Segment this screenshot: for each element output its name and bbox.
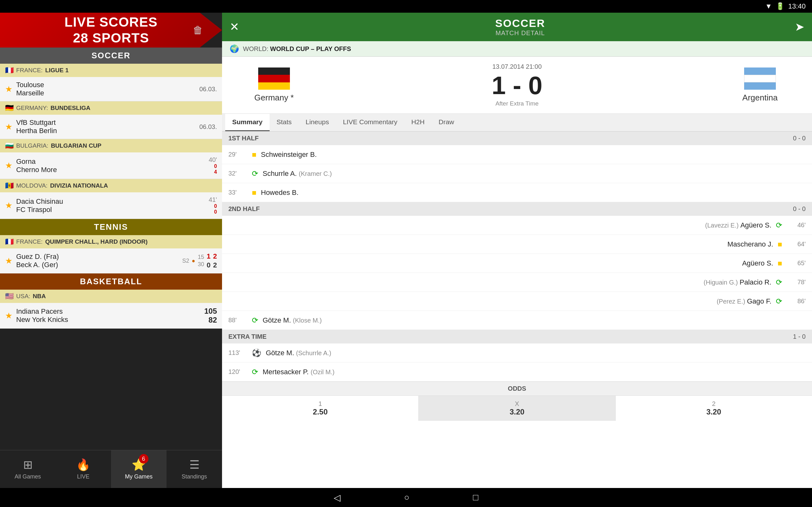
goal-icon-1: ⚽ (252, 349, 261, 357)
favorite-star-3[interactable]: ★ (5, 161, 12, 170)
event-113-gotze: 113' ⚽ Götze M. (Schurrle A.) (222, 343, 812, 362)
event-time-46: 46' (786, 222, 806, 229)
favorite-star[interactable]: ★ (5, 84, 12, 94)
bundesliga-name: BUNDESLIGA (50, 105, 90, 112)
pacers-knicks-row[interactable]: ★ Indiana Pacers New York Knicks 105 82 (0, 303, 222, 329)
event-120-mertesacker: 120' ⟳ Mertesacker P. (Ozil M.) (222, 362, 812, 382)
close-button[interactable]: ✕ (230, 20, 239, 34)
player2-beck: Beck A. (Ger) (16, 261, 179, 269)
nba-score: 105 82 (192, 307, 217, 325)
odds-label-x: X (423, 400, 611, 407)
germany-label: GERMANY: (16, 105, 48, 112)
player-gotze-88: Götze M. (Klose M.) (263, 316, 806, 325)
yellow-card-icon-2: ■ (252, 188, 257, 197)
nav-my-games[interactable]: 6 ⭐ My Games (111, 450, 166, 488)
player-mertesacker: Mertesacker P. (Ozil M.) (263, 368, 806, 376)
event-time-33: 33' (229, 189, 247, 196)
left-header: LIVE SCORES 28 SPORTS 🗑 (0, 13, 222, 48)
odds-value-x: 3.20 (423, 407, 611, 416)
event-46-aguero: 46' ⟳ (Lavezzi E.) Agüero S. (222, 216, 812, 235)
tab-stats[interactable]: Stats (270, 114, 299, 131)
tab-h2h[interactable]: H2H (404, 114, 432, 131)
match-datetime: 13.07.2014 21:00 (492, 63, 542, 70)
france-flag-tennis: 🇫🇷 (5, 238, 14, 246)
nav-all-games[interactable]: ⊞ All Games (0, 450, 55, 488)
odds-row: 1 2.50 X 3.20 2 3.20 (222, 395, 812, 421)
event-time-78: 78' (786, 279, 806, 286)
toulouse-marseille-row[interactable]: ★ Toulouse Marseille 06.03. (0, 77, 222, 101)
tennis-scores: S2 ● 15 30 1 0 2 2 (183, 252, 217, 269)
share-button[interactable]: ➤ (795, 20, 804, 34)
gorna-score: 40' 0 4 (192, 156, 217, 175)
left-panel: LIVE SCORES 28 SPORTS 🗑 SOCCER 🇫🇷 FRANCE… (0, 13, 222, 488)
event-time-32: 32' (229, 170, 247, 177)
player-aguero-46: (Lavezzi E.) Agüero S. (229, 221, 771, 229)
player-palacio: (Higuain G.) Palacio R. (229, 278, 771, 286)
my-games-label: My Games (125, 473, 153, 480)
nav-standings[interactable]: ☰ Standings (166, 450, 222, 488)
serve-ball: ● (192, 258, 195, 264)
favorite-star-5[interactable]: ★ (5, 256, 12, 266)
team2-tiraspol: FC Tiraspol (16, 206, 188, 214)
header-text: LIVE SCORES 28 SPORTS (64, 14, 157, 46)
odds-value-1: 2.50 (226, 407, 414, 416)
odds-cell-1: 1 2.50 (222, 396, 419, 421)
argentina-flag-large (744, 67, 776, 90)
event-78-palacio: 78' ⟳ (Higuain G.) Palacio R. (222, 273, 812, 292)
extra-time-header: EXTRA TIME 1 - 0 (222, 330, 812, 343)
france-label: FRANCE: (16, 67, 43, 74)
germany-flag-large (258, 67, 290, 90)
team1-block: Germany * (230, 67, 318, 103)
match-detail: Germany * 13.07.2014 21:00 1 - 0 After E… (222, 57, 812, 114)
tabs-bar: Summary Stats Lineups LIVE Commentary H2… (222, 114, 812, 131)
all-games-label: All Games (14, 473, 41, 480)
recents-button[interactable]: □ (473, 493, 478, 503)
delete-icon[interactable]: 🗑 (193, 24, 203, 36)
favorite-star-4[interactable]: ★ (5, 201, 12, 210)
event-time-120: 120' (229, 368, 247, 376)
second-half-score: 0 - 0 (793, 205, 806, 213)
stuttgart-hertha-row[interactable]: ★ VfB Stuttgart Hertha Berlin 06.03. (0, 115, 222, 139)
tab-live-commentary[interactable]: LIVE Commentary (336, 114, 404, 131)
home-button[interactable]: ○ (404, 493, 409, 503)
nba-header: 🇺🇸 USA: NBA (0, 290, 222, 303)
header-subtitle: MATCH DETAIL (246, 30, 795, 37)
player-mascherano: Mascherano J. (229, 240, 773, 248)
player1-guez: Guez D. (Fra) (16, 252, 179, 261)
substitute-icon-6: ⟳ (252, 368, 258, 377)
nav-live[interactable]: 🔥 LIVE (55, 450, 111, 488)
dacia-tiraspol-row[interactable]: ★ Dacia Chisinau FC Tiraspol 41' 0 0 (0, 192, 222, 219)
favorite-star-2[interactable]: ★ (5, 122, 12, 132)
guez-beck-row[interactable]: ★ Guez D. (Fra) Beck A. (Ger) S2 ● 15 30… (0, 248, 222, 274)
player-gotze-113: Götze M. (Schurrle A.) (266, 349, 806, 357)
summary-content: 1ST HALF 0 - 0 29' ■ Schweinsteiger B. 3… (222, 131, 812, 488)
team-names-3: Gorna Cherno More (16, 158, 188, 174)
tab-draw[interactable]: Draw (432, 114, 461, 131)
team2-marseille: Marseille (16, 89, 188, 97)
favorite-star-6[interactable]: ★ (5, 311, 12, 321)
bottom-navigation: ⊞ All Games 🔥 LIVE 6 ⭐ My Games ☰ Standi… (0, 450, 222, 488)
bulgaria-label: BULGARIA: (16, 142, 48, 149)
big-score: 1 - 0 (492, 73, 542, 98)
tab-summary[interactable]: Summary (225, 114, 270, 131)
gorna-cherno-row[interactable]: ★ Gorna Cherno More 40' 0 4 (0, 153, 222, 179)
tennis-sport-header: TENNIS (0, 219, 222, 235)
event-time-113: 113' (229, 349, 247, 356)
event-32-schurrle: 32' ⟳ Schurrle A. (Kramer C.) (222, 164, 812, 183)
team-names-5: Guez D. (Fra) Beck A. (Ger) (16, 252, 179, 269)
after-extra-time: After Extra Time (492, 100, 542, 107)
tab-lineups[interactable]: Lineups (299, 114, 336, 131)
soccer-sport-header: SOCCER (0, 48, 222, 64)
germany-bundesliga-header: 🇩🇪 GERMANY: BUNDESLIGA (0, 101, 222, 115)
world-label: WORLD: (243, 45, 270, 52)
all-games-icon: ⊞ (23, 458, 33, 471)
team1-name-large: Germany * (254, 93, 294, 103)
team1-gorna: Gorna (16, 158, 188, 166)
right-panel: ✕ SOCCER MATCH DETAIL ➤ 🌍 WORLD: WORLD C… (222, 13, 812, 488)
score-block: 13.07.2014 21:00 1 - 0 After Extra Time (492, 63, 542, 107)
world-flag: 🌍 (230, 44, 239, 53)
yellow-card-icon-4: ■ (778, 259, 782, 268)
france-ligue1-header: 🇫🇷 FRANCE: LIGUE 1 (0, 64, 222, 77)
moldova-label: MOLDOVA: (16, 182, 48, 189)
back-button[interactable]: ◁ (334, 493, 341, 503)
